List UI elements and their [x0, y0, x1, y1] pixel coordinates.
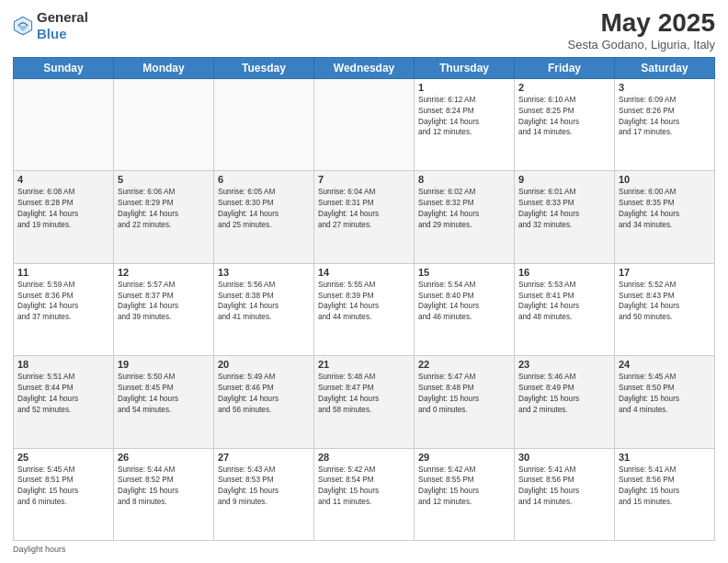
calendar-week-row: 11Sunrise: 5:59 AM Sunset: 8:36 PM Dayli… [14, 263, 715, 355]
calendar-cell: 17Sunrise: 5:52 AM Sunset: 8:43 PM Dayli… [615, 263, 715, 355]
day-number: 10 [619, 174, 711, 185]
day-info: Sunrise: 5:56 AM Sunset: 8:38 PM Dayligh… [218, 280, 310, 324]
calendar-cell: 10Sunrise: 6:00 AM Sunset: 8:35 PM Dayli… [615, 171, 715, 263]
calendar-cell: 30Sunrise: 5:41 AM Sunset: 8:56 PM Dayli… [515, 448, 615, 540]
day-info: Sunrise: 5:41 AM Sunset: 8:56 PM Dayligh… [619, 465, 711, 509]
page-container: General Blue May 2025 Sesta Godano, Ligu… [0, 0, 728, 563]
calendar-cell: 27Sunrise: 5:43 AM Sunset: 8:53 PM Dayli… [214, 448, 314, 540]
calendar-cell: 29Sunrise: 5:42 AM Sunset: 8:55 PM Dayli… [415, 448, 515, 540]
calendar-cell [114, 78, 214, 170]
logo-general-text: General [37, 9, 88, 25]
calendar-day-header: Tuesday [214, 57, 314, 78]
day-info: Sunrise: 5:46 AM Sunset: 8:49 PM Dayligh… [518, 372, 610, 416]
calendar-cell: 13Sunrise: 5:56 AM Sunset: 8:38 PM Dayli… [214, 263, 314, 355]
day-number: 23 [518, 359, 610, 370]
calendar-week-row: 1Sunrise: 6:12 AM Sunset: 8:24 PM Daylig… [14, 78, 715, 170]
day-info: Sunrise: 6:04 AM Sunset: 8:31 PM Dayligh… [318, 187, 410, 231]
day-number: 2 [518, 82, 610, 93]
day-info: Sunrise: 5:51 AM Sunset: 8:44 PM Dayligh… [17, 372, 109, 416]
calendar-day-header: Sunday [14, 57, 114, 78]
day-info: Sunrise: 6:12 AM Sunset: 8:24 PM Dayligh… [418, 95, 510, 139]
calendar-cell: 9Sunrise: 6:01 AM Sunset: 8:33 PM Daylig… [515, 171, 615, 263]
day-number: 29 [418, 452, 510, 463]
calendar-cell: 8Sunrise: 6:02 AM Sunset: 8:32 PM Daylig… [415, 171, 515, 263]
day-info: Sunrise: 6:06 AM Sunset: 8:29 PM Dayligh… [118, 187, 210, 231]
day-number: 14 [318, 267, 410, 278]
day-number: 13 [218, 267, 310, 278]
title-section: May 2025 Sesta Godano, Liguria, Italy [568, 9, 715, 52]
day-info: Sunrise: 6:01 AM Sunset: 8:33 PM Dayligh… [518, 187, 610, 231]
calendar-cell: 22Sunrise: 5:47 AM Sunset: 8:48 PM Dayli… [415, 356, 515, 448]
day-info: Sunrise: 5:45 AM Sunset: 8:51 PM Dayligh… [17, 465, 109, 509]
calendar-cell: 1Sunrise: 6:12 AM Sunset: 8:24 PM Daylig… [415, 78, 515, 170]
calendar-cell: 26Sunrise: 5:44 AM Sunset: 8:52 PM Dayli… [114, 448, 214, 540]
footer: Daylight hours [13, 545, 715, 554]
calendar-cell: 16Sunrise: 5:53 AM Sunset: 8:41 PM Dayli… [515, 263, 615, 355]
calendar-cell: 3Sunrise: 6:09 AM Sunset: 8:26 PM Daylig… [615, 78, 715, 170]
logo: General Blue [13, 9, 88, 42]
calendar-cell: 5Sunrise: 6:06 AM Sunset: 8:29 PM Daylig… [114, 171, 214, 263]
day-number: 20 [218, 359, 310, 370]
calendar-cell: 12Sunrise: 5:57 AM Sunset: 8:37 PM Dayli… [114, 263, 214, 355]
day-number: 18 [17, 359, 109, 370]
calendar-day-header: Friday [515, 57, 615, 78]
day-number: 9 [518, 174, 610, 185]
calendar-cell: 19Sunrise: 5:50 AM Sunset: 8:45 PM Dayli… [114, 356, 214, 448]
day-info: Sunrise: 5:54 AM Sunset: 8:40 PM Dayligh… [418, 280, 510, 324]
day-info: Sunrise: 5:52 AM Sunset: 8:43 PM Dayligh… [619, 280, 711, 324]
day-number: 26 [118, 452, 210, 463]
calendar-day-header: Wednesday [314, 57, 415, 78]
logo-blue-text: Blue [37, 26, 67, 41]
calendar-week-row: 4Sunrise: 6:08 AM Sunset: 8:28 PM Daylig… [14, 171, 715, 263]
day-number: 11 [17, 267, 109, 278]
calendar-cell: 31Sunrise: 5:41 AM Sunset: 8:56 PM Dayli… [615, 448, 715, 540]
day-number: 17 [619, 267, 711, 278]
month-title: May 2025 [568, 9, 715, 38]
day-number: 25 [17, 452, 109, 463]
calendar-cell: 4Sunrise: 6:08 AM Sunset: 8:28 PM Daylig… [14, 171, 114, 263]
day-number: 5 [118, 174, 210, 185]
calendar-cell: 6Sunrise: 6:05 AM Sunset: 8:30 PM Daylig… [214, 171, 314, 263]
logo-icon [13, 16, 33, 36]
calendar-table: SundayMondayTuesdayWednesdayThursdayFrid… [13, 57, 715, 541]
day-info: Sunrise: 5:48 AM Sunset: 8:47 PM Dayligh… [318, 372, 410, 416]
day-number: 28 [318, 452, 410, 463]
calendar-cell: 11Sunrise: 5:59 AM Sunset: 8:36 PM Dayli… [14, 263, 114, 355]
day-info: Sunrise: 5:49 AM Sunset: 8:46 PM Dayligh… [218, 372, 310, 416]
day-number: 27 [218, 452, 310, 463]
calendar-cell [214, 78, 314, 170]
calendar-week-row: 18Sunrise: 5:51 AM Sunset: 8:44 PM Dayli… [14, 356, 715, 448]
day-info: Sunrise: 5:45 AM Sunset: 8:50 PM Dayligh… [619, 372, 711, 416]
location-subtitle: Sesta Godano, Liguria, Italy [568, 38, 715, 52]
calendar-cell: 25Sunrise: 5:45 AM Sunset: 8:51 PM Dayli… [14, 448, 114, 540]
day-number: 24 [619, 359, 711, 370]
day-number: 1 [418, 82, 510, 93]
calendar-cell: 18Sunrise: 5:51 AM Sunset: 8:44 PM Dayli… [14, 356, 114, 448]
calendar-cell: 14Sunrise: 5:55 AM Sunset: 8:39 PM Dayli… [314, 263, 415, 355]
day-info: Sunrise: 5:53 AM Sunset: 8:41 PM Dayligh… [518, 280, 610, 324]
calendar-header-row: SundayMondayTuesdayWednesdayThursdayFrid… [14, 57, 715, 78]
day-info: Sunrise: 6:00 AM Sunset: 8:35 PM Dayligh… [619, 187, 711, 231]
day-number: 7 [318, 174, 410, 185]
day-info: Sunrise: 5:41 AM Sunset: 8:56 PM Dayligh… [518, 465, 610, 509]
calendar-cell: 24Sunrise: 5:45 AM Sunset: 8:50 PM Dayli… [615, 356, 715, 448]
page-header: General Blue May 2025 Sesta Godano, Ligu… [13, 9, 715, 52]
day-number: 8 [418, 174, 510, 185]
day-number: 19 [118, 359, 210, 370]
calendar-cell: 20Sunrise: 5:49 AM Sunset: 8:46 PM Dayli… [214, 356, 314, 448]
calendar-cell: 7Sunrise: 6:04 AM Sunset: 8:31 PM Daylig… [314, 171, 415, 263]
day-number: 6 [218, 174, 310, 185]
day-number: 16 [518, 267, 610, 278]
day-info: Sunrise: 5:57 AM Sunset: 8:37 PM Dayligh… [118, 280, 210, 324]
day-info: Sunrise: 6:09 AM Sunset: 8:26 PM Dayligh… [619, 95, 711, 139]
footer-text: Daylight hours [13, 545, 66, 554]
calendar-cell [14, 78, 114, 170]
day-info: Sunrise: 5:59 AM Sunset: 8:36 PM Dayligh… [17, 280, 109, 324]
calendar-cell: 23Sunrise: 5:46 AM Sunset: 8:49 PM Dayli… [515, 356, 615, 448]
day-number: 12 [118, 267, 210, 278]
day-info: Sunrise: 6:05 AM Sunset: 8:30 PM Dayligh… [218, 187, 310, 231]
day-info: Sunrise: 5:44 AM Sunset: 8:52 PM Dayligh… [118, 465, 210, 509]
calendar-week-row: 25Sunrise: 5:45 AM Sunset: 8:51 PM Dayli… [14, 448, 715, 540]
calendar-cell: 28Sunrise: 5:42 AM Sunset: 8:54 PM Dayli… [314, 448, 415, 540]
day-number: 21 [318, 359, 410, 370]
